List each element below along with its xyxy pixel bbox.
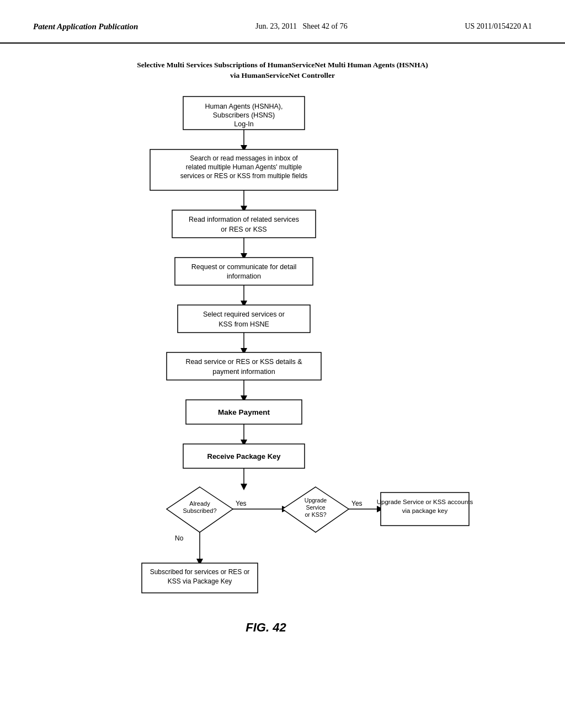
- main-content: Selective Multi Services Subscriptions o…: [0, 49, 565, 700]
- diamond-upgrade-line3: or KSS?: [305, 511, 326, 518]
- diamond-upgrade-line2: Service: [306, 504, 325, 511]
- box1-line1: Human Agents (HSNHA),: [205, 103, 282, 110]
- box2-line2: related multiple Human Agents' multiple: [186, 163, 302, 171]
- box6-line2: payment information: [212, 368, 275, 376]
- date: Jun. 23, 2011: [255, 22, 297, 30]
- box3-line1: Read information of related services: [189, 216, 299, 223]
- box4-line2: information: [227, 272, 261, 280]
- page-header: Patent Application Publication Jun. 23, …: [0, 0, 565, 44]
- fig-label: FIG. 42: [246, 620, 286, 634]
- box2-line1: Search or read messages in inbox of: [190, 154, 298, 162]
- diamond-already-line2: Subscribed?: [183, 507, 216, 514]
- sheet-info: Jun. 23, 2011 Sheet 42 of 76: [255, 22, 348, 31]
- box5-line2: KSS from HSNE: [218, 320, 269, 328]
- box1-line3: Log-In: [234, 120, 253, 128]
- subscribe-line2: KSS via Package Key: [168, 577, 232, 585]
- box8: Receive Package Key: [207, 452, 281, 461]
- patent-number: US 2011/0154220 A1: [465, 22, 532, 31]
- subscribe-line1: Subscribed for services or RES or: [150, 568, 250, 576]
- box-upgrade-line1: Upgrade Service or KSS accounts: [377, 499, 473, 505]
- publication-label: Patent Application Publication: [33, 22, 138, 31]
- yes-label2: Yes: [351, 500, 363, 507]
- box-upgrade-line2: via package key: [402, 507, 448, 514]
- sheet: Sheet 42 of 76: [302, 22, 347, 30]
- title-line1: Selective Multi Services Subscriptions o…: [137, 60, 428, 71]
- box3-line2: or RES or KSS: [221, 226, 266, 233]
- box2-line3: services or RES or KSS from multiple fie…: [180, 172, 308, 180]
- title-line2: via HumanServiceNet Controller: [137, 71, 428, 81]
- svg-rect-4: [172, 210, 316, 238]
- box7: Make Payment: [218, 408, 270, 416]
- box5-line1: Select required services or: [203, 311, 285, 318]
- yes-label1: Yes: [236, 500, 247, 507]
- flowchart-container: Human Agents (HSNHA), Subscribers (HSNS)…: [89, 91, 476, 678]
- diamond-already-line1: Already: [189, 500, 210, 507]
- page: Patent Application Publication Jun. 23, …: [0, 0, 565, 728]
- svg-rect-10: [167, 352, 321, 380]
- svg-rect-6: [175, 258, 313, 285]
- diamond-upgrade-line1: Upgrade: [305, 497, 327, 504]
- box1-line2: Subscribers (HSNS): [213, 111, 275, 119]
- flowchart-svg: Human Agents (HSNHA), Subscribers (HSNS)…: [89, 91, 476, 676]
- no-label: No: [175, 534, 184, 542]
- box6-line1: Read service or RES or KSS details &: [185, 358, 302, 366]
- box4-line1: Request or communicate for detail: [191, 263, 296, 271]
- diagram-title: Selective Multi Services Subscriptions o…: [137, 60, 428, 81]
- svg-rect-8: [178, 305, 310, 333]
